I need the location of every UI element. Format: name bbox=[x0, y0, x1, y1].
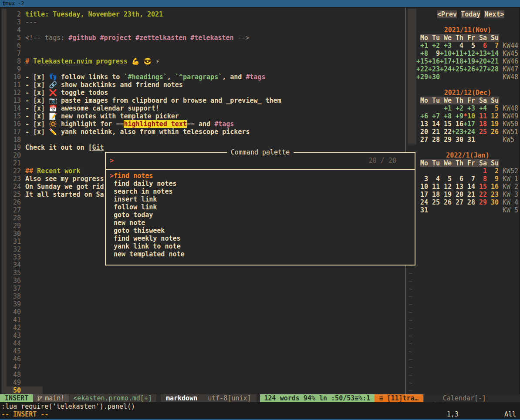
calendar-day[interactable]: +28 bbox=[487, 65, 499, 73]
editor-line[interactable]: 8# Telekasten.nvim progress 💪 😎 ⚡ bbox=[6, 57, 281, 65]
calendar-day[interactable]: 18 bbox=[475, 120, 487, 128]
calendar-day[interactable]: 26 bbox=[487, 128, 499, 136]
calendar-day[interactable]: +17 bbox=[440, 57, 452, 65]
calendar-day[interactable]: 15 bbox=[475, 183, 487, 191]
editor-line[interactable]: 13- [x] 📷 paste images from clipboard or… bbox=[6, 97, 281, 104]
calendar-day[interactable]: *10 bbox=[463, 112, 475, 120]
calendar-day[interactable]: +14 bbox=[487, 50, 499, 57]
calendar-day[interactable]: +19 bbox=[463, 57, 475, 65]
calendar-day[interactable]: +8 bbox=[416, 50, 428, 57]
editor-line[interactable]: 40 bbox=[6, 308, 281, 316]
calendar-day[interactable]: 27 bbox=[416, 136, 428, 144]
palette-item[interactable]: >find notes bbox=[106, 172, 415, 180]
calendar-day[interactable]: 30 bbox=[487, 198, 499, 206]
editor-line[interactable]: 18 bbox=[6, 136, 281, 144]
calendar-day[interactable]: 30 bbox=[452, 136, 463, 144]
prev-button[interactable]: <Prev bbox=[437, 10, 457, 18]
editor-line[interactable]: 3--- bbox=[6, 18, 281, 26]
calendar-day[interactable]: +12 bbox=[463, 50, 475, 57]
editor-line[interactable]: 42 bbox=[6, 324, 281, 332]
calendar-day[interactable]: 19 bbox=[440, 191, 452, 198]
calendar-day[interactable]: 11 bbox=[475, 112, 487, 120]
calendar-day[interactable]: 17 bbox=[416, 191, 428, 198]
calendar-day[interactable]: 25 bbox=[428, 198, 440, 206]
editor-line[interactable]: 14- [x] 📅 awesome calendar support! bbox=[6, 104, 281, 112]
editor-line[interactable]: 6 bbox=[6, 42, 281, 50]
calendar-day[interactable]: 4 bbox=[452, 42, 463, 50]
calendar-day[interactable]: 6 bbox=[475, 42, 487, 50]
editor-line[interactable]: 44 bbox=[6, 339, 281, 347]
editor-line[interactable]: 47 bbox=[6, 363, 281, 371]
calendar-day[interactable]: +16 bbox=[428, 57, 440, 65]
palette-item[interactable]: goto today bbox=[106, 211, 415, 219]
editor-line[interactable]: 39 bbox=[6, 300, 281, 308]
calendar-day[interactable]: +2 bbox=[428, 42, 440, 50]
calendar-day[interactable]: 8 bbox=[475, 175, 487, 183]
calendar-day[interactable]: 14 bbox=[428, 120, 440, 128]
calendar-day[interactable]: +3 bbox=[463, 104, 475, 112]
calendar-day[interactable]: 22 bbox=[440, 128, 452, 136]
editor-line[interactable]: 38 bbox=[6, 292, 281, 300]
editor-line[interactable]: 10- [x] 👣 follow links to `#headings`, `… bbox=[6, 73, 281, 81]
calendar-day[interactable]: 29 bbox=[475, 198, 487, 206]
editor-line[interactable]: 7 bbox=[6, 50, 281, 57]
calendar-day[interactable]: +11 bbox=[452, 50, 463, 57]
calendar-day[interactable]: +27 bbox=[475, 65, 487, 73]
calendar-day[interactable]: 18 bbox=[428, 191, 440, 198]
editor-line[interactable]: 45 bbox=[6, 347, 281, 355]
calendar-day[interactable]: 5 bbox=[440, 175, 452, 183]
calendar-day[interactable]: 13 bbox=[452, 183, 463, 191]
calendar-day[interactable]: +30 bbox=[428, 73, 440, 81]
calendar-day[interactable]: +1 bbox=[440, 104, 452, 112]
calendar-day[interactable]: 15 bbox=[440, 120, 452, 128]
calendar-day[interactable]: 9 bbox=[487, 175, 499, 183]
next-button[interactable]: Next> bbox=[484, 10, 504, 18]
calendar-day[interactable]: +6 bbox=[416, 112, 428, 120]
calendar-day[interactable]: 19 bbox=[487, 120, 499, 128]
palette-item[interactable]: yank link to note bbox=[106, 242, 415, 250]
editor-line[interactable]: 49 bbox=[6, 379, 281, 386]
calendar-day[interactable]: 9 bbox=[428, 50, 440, 57]
palette-item[interactable]: insert link bbox=[106, 195, 415, 203]
calendar-day[interactable]: +10 bbox=[440, 50, 452, 57]
palette-item-list[interactable]: >find notes find daily notes search in n… bbox=[106, 169, 415, 258]
calendar-day[interactable]: 13 bbox=[416, 120, 428, 128]
calendar-day[interactable]: 27 bbox=[452, 198, 463, 206]
editor-line[interactable]: 5<!-- tags: #github #project #zettelkast… bbox=[6, 34, 281, 42]
calendar-day[interactable]: 7 bbox=[463, 175, 475, 183]
calendar-day[interactable]: 5 bbox=[463, 42, 475, 50]
editor-line[interactable]: 11- [x] 🔗 show backlinks and friend note… bbox=[6, 81, 281, 89]
calendar-day[interactable]: 28 bbox=[463, 198, 475, 206]
calendar-day[interactable]: +22 bbox=[416, 65, 428, 73]
calendar-day[interactable]: +24 bbox=[440, 65, 452, 73]
calendar-day[interactable]: +15 bbox=[416, 57, 428, 65]
calendar-day[interactable]: +21 bbox=[487, 57, 499, 65]
calendar-day[interactable]: 7 bbox=[487, 42, 499, 50]
calendar-day[interactable]: +13 bbox=[475, 50, 487, 57]
calendar-day[interactable]: 25 bbox=[475, 128, 487, 136]
editor-line[interactable]: 4 bbox=[6, 26, 281, 34]
calendar-panel[interactable]: <Prev Today Next>2021/11(Nov)MoTuWeThFrS… bbox=[416, 10, 519, 214]
palette-prompt-row[interactable]: > 20 / 20 bbox=[106, 153, 415, 169]
calendar-day[interactable]: +24 bbox=[463, 128, 475, 136]
calendar-day[interactable]: 2 bbox=[487, 167, 499, 175]
palette-item[interactable]: follow link bbox=[106, 203, 415, 211]
calendar-day[interactable]: 14 bbox=[463, 183, 475, 191]
calendar-day[interactable]: 29 bbox=[440, 136, 452, 144]
calendar-day[interactable]: +23 bbox=[428, 65, 440, 73]
calendar-day[interactable]: 1 bbox=[475, 167, 487, 175]
calendar-day[interactable]: 4 bbox=[428, 175, 440, 183]
calendar-day[interactable]: +18 bbox=[452, 57, 463, 65]
editor-line[interactable]: 9 bbox=[6, 65, 281, 73]
calendar-day[interactable]: +7 bbox=[428, 112, 440, 120]
calendar-day[interactable]: 16 bbox=[452, 120, 463, 128]
calendar-day[interactable]: +29 bbox=[416, 73, 428, 81]
palette-item[interactable]: find weekly notes bbox=[106, 235, 415, 242]
calendar-day[interactable]: 31 bbox=[416, 206, 428, 214]
command-line[interactable]: :lua require('telekasten').panel() bbox=[1, 403, 135, 410]
calendar-day[interactable]: +20 bbox=[475, 57, 487, 65]
editor-line[interactable]: 41 bbox=[6, 316, 281, 324]
calendar-day[interactable]: 26 bbox=[440, 198, 452, 206]
calendar-day[interactable]: 11 bbox=[428, 183, 440, 191]
editor-line[interactable]: 36 bbox=[6, 277, 281, 285]
